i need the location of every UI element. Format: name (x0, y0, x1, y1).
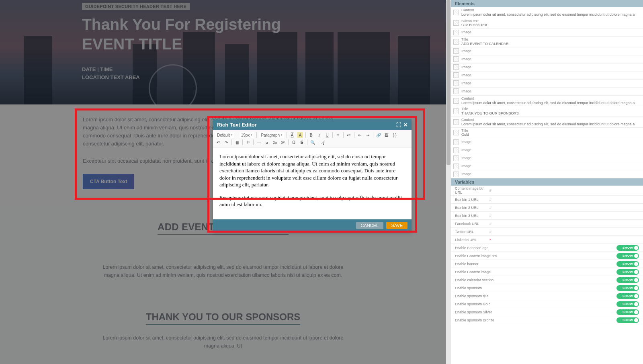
element-type-label: Image (461, 65, 641, 70)
variable-icon[interactable]: {·} (392, 132, 397, 138)
bold-icon[interactable]: B (308, 132, 314, 138)
highlight-color-icon[interactable]: A (297, 132, 303, 138)
variable-row[interactable]: Content image btn URL# (451, 186, 643, 196)
element-type-label: Content (461, 8, 641, 12)
show-hide-toggle[interactable]: SHOW (616, 309, 639, 315)
elements-panel-header[interactable]: Elements (451, 0, 643, 7)
show-hide-toggle[interactable]: SHOW (616, 285, 639, 291)
variable-row[interactable]: Box btn 1 URL# (451, 196, 643, 204)
element-row[interactable]: Image (451, 88, 643, 96)
expand-icon[interactable]: ⛶ (396, 122, 401, 128)
bullet-list-icon[interactable]: •≡ (346, 132, 352, 138)
anchor-icon[interactable]: ⚐ (245, 139, 251, 145)
show-hide-toggle[interactable]: SHOW (616, 245, 639, 251)
element-type-label: Image (461, 89, 641, 94)
show-hide-toggle[interactable]: SHOW (616, 277, 639, 283)
font-color-icon[interactable]: A (289, 132, 295, 138)
variable-value[interactable]: # (489, 214, 639, 218)
element-row[interactable]: Image (451, 55, 643, 63)
show-hide-toggle[interactable]: SHOW (616, 317, 639, 323)
rte-body[interactable]: Lorem ipsum dolor sit amet, consectetur … (213, 147, 412, 219)
find-icon[interactable]: 🔍 (310, 139, 315, 145)
element-row[interactable]: TitleTHANK YOU TO OUR SPONSORS (451, 106, 643, 117)
cta-button[interactable]: CTA Button Text (83, 174, 134, 190)
show-hide-toggle[interactable]: SHOW (616, 301, 639, 307)
close-icon[interactable]: ✕ (403, 122, 408, 128)
element-type-label: Image (461, 148, 641, 152)
rich-text-editor-modal: Rich Text Editor ⛶ ✕ Default 19px Paragr… (213, 119, 412, 231)
element-row[interactable]: Image (451, 63, 643, 72)
show-hide-toggle[interactable]: SHOW (616, 261, 639, 267)
variable-value[interactable]: # (489, 188, 639, 192)
element-row[interactable]: Image (451, 146, 643, 154)
variable-row[interactable]: Box btn 2 URL# (451, 204, 643, 212)
link-icon[interactable]: 🔗 (376, 132, 381, 138)
scrollbar-thumb[interactable] (446, 0, 451, 165)
indent-icon[interactable]: ⇥ (365, 132, 371, 138)
special-char-icon[interactable]: Ω (291, 139, 297, 145)
italic-icon[interactable]: I (316, 132, 322, 138)
rte-paragraph-2[interactable]: Excepteur sint occaecat cupidatat non pr… (219, 194, 405, 208)
variable-name: LinkedIn URL (455, 238, 489, 242)
save-button[interactable]: SAVE (386, 222, 408, 229)
show-hide-toggle[interactable]: SHOW (616, 269, 639, 275)
variable-value[interactable]: # (489, 230, 639, 234)
clear-format-icon[interactable]: I̸ (321, 139, 326, 145)
element-thumb-icon (453, 64, 459, 70)
variable-value[interactable]: # (489, 206, 639, 210)
rte-paragraph-1[interactable]: Lorem ipsum dolor sit amet, consectetur … (219, 153, 405, 188)
element-row[interactable]: Image (451, 170, 643, 178)
element-thumb-icon (453, 88, 459, 94)
outdent-icon[interactable]: ⇤ (357, 132, 362, 138)
undo-icon[interactable]: ↶ (215, 139, 221, 145)
element-row[interactable]: Image (451, 80, 643, 88)
rte-header[interactable]: Rich Text Editor ⛶ ✕ (213, 119, 412, 130)
underline-icon[interactable]: U (324, 132, 330, 138)
variables-panel-header[interactable]: Variables (451, 178, 643, 186)
variable-row[interactable]: Twitter URL# (451, 228, 643, 236)
table-icon[interactable]: ▦ (234, 139, 240, 145)
font-size-select[interactable]: 19px (240, 132, 254, 138)
variable-value[interactable]: * (489, 238, 639, 242)
horizontal-rule-icon[interactable]: — (256, 139, 262, 145)
toggle-row: Enable sponsors SilverSHOW (451, 308, 643, 316)
variable-value[interactable]: # (489, 222, 639, 226)
element-row[interactable]: TitleGold (451, 128, 643, 139)
element-row[interactable]: Image (451, 162, 643, 170)
show-hide-toggle[interactable]: SHOW (616, 253, 639, 259)
element-row[interactable]: Image (451, 138, 643, 146)
variable-row[interactable]: LinkedIn URL* (451, 236, 643, 244)
element-row[interactable]: Image (451, 47, 643, 55)
font-family-select[interactable]: Default (215, 132, 234, 138)
cancel-button[interactable]: CANCEL (356, 222, 384, 229)
strikethrough-icon[interactable]: a̶ (264, 139, 270, 145)
element-row[interactable]: ContentLorem ipsum dolor sit amet, conse… (451, 7, 643, 18)
preview-scrollbar[interactable] (446, 0, 451, 364)
subscript-icon[interactable]: x₂ (272, 139, 278, 145)
variable-value[interactable]: # (489, 198, 639, 202)
superscript-icon[interactable]: x² (280, 139, 286, 145)
element-row[interactable]: Image (451, 154, 643, 162)
align-icon[interactable]: ≡ (335, 132, 341, 138)
element-row[interactable]: Image (451, 29, 643, 37)
element-thumb-icon (453, 119, 459, 125)
variable-row[interactable]: Box btn 3 URL# (451, 212, 643, 220)
element-row[interactable]: ContentLorem ipsum dolor sit amet, conse… (451, 117, 643, 128)
element-row[interactable]: Image (451, 72, 643, 80)
toggle-label: Enable Content image (455, 270, 616, 274)
strike-format-icon[interactable]: S̶ (299, 139, 305, 145)
element-row[interactable]: TitleADD EVENT TO CALENDAR (451, 37, 643, 47)
variable-row[interactable]: Facebook URL# (451, 220, 643, 228)
toggle-row: Enable sponsors GoldSHOW (451, 300, 643, 308)
element-thumb-icon (453, 172, 459, 177)
block-format-select[interactable]: Paragraph (259, 132, 284, 138)
redo-icon[interactable]: ↷ (223, 139, 229, 145)
element-row[interactable]: Button textCTA Button Text (451, 18, 643, 29)
hero-title-line1: Thank You For Registering (82, 16, 281, 33)
image-icon[interactable]: 🖼 (384, 132, 389, 138)
element-thumb-icon (453, 164, 459, 169)
sponsors-title: THANK YOU TO OUR SPONSORS (146, 311, 301, 325)
element-row[interactable]: ContentLorem ipsum dolor sit amet, conse… (451, 96, 643, 106)
show-hide-toggle[interactable]: SHOW (616, 293, 639, 299)
toggle-row: Enable Content image btnSHOW (451, 252, 643, 260)
